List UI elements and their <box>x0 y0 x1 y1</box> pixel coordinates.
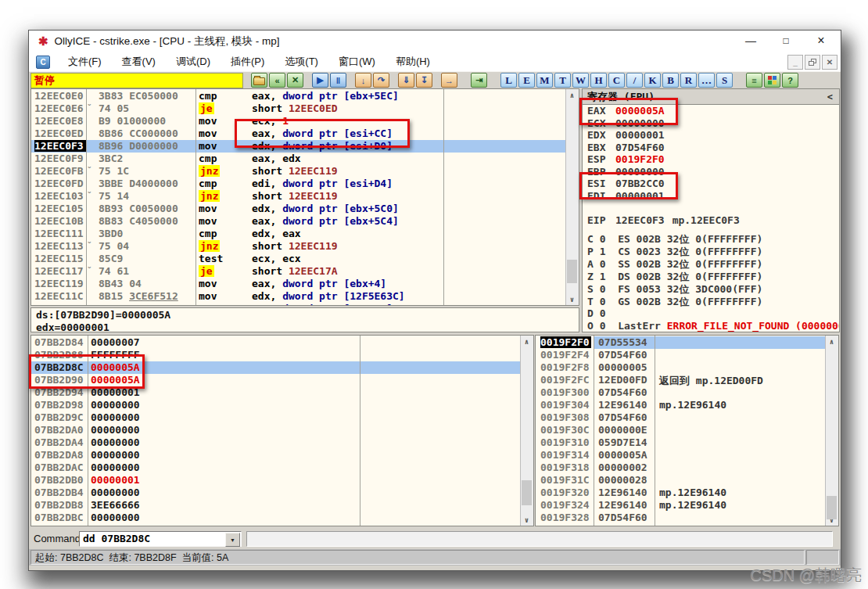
menu-item-0[interactable]: 文件(F) <box>58 55 112 69</box>
flag-row[interactable]: S 0 FS 0053 32位 3DC000(FFF) <box>587 282 762 294</box>
view-handles-button-button[interactable]: H <box>590 73 607 88</box>
view-windows-button-button[interactable]: W <box>572 73 589 88</box>
menu-item-2[interactable]: 调试(D) <box>166 55 221 69</box>
stack-scrollbar[interactable]: ∧ ∨ <box>825 336 838 526</box>
stack-row[interactable]: 0019F310059D7E14 <box>536 436 827 449</box>
disasm-row[interactable]: 12EEC117ˇ74 61jeshort 12EEC17A <box>31 265 568 278</box>
command-input[interactable]: dd 07BB2D8C ▼ <box>79 531 242 547</box>
stack-pane[interactable]: 0019F2F007D555340019F2F407D54F600019F2F8… <box>535 335 839 526</box>
stack-row[interactable]: 0019F2FC12ED00FD返回到 mp.12ED00FD <box>536 374 827 386</box>
appearance-button[interactable] <box>764 73 780 88</box>
register-row[interactable]: ESP0019F2F0 <box>587 153 665 165</box>
stack-row[interactable]: 0019F30807D54F60 <box>536 411 827 424</box>
minimize-button[interactable]: — <box>737 31 764 51</box>
animate-into-button[interactable]: ⇓ <box>398 73 414 88</box>
column-divider[interactable] <box>655 336 655 526</box>
disasm-row[interactable]: 12EEC113ˇ75 04jnzshort 12EEC119 <box>31 240 568 253</box>
disasm-row[interactable]: 12EEC1058B93 C0050000movedx, dword ptr [… <box>31 203 568 215</box>
stack-row[interactable]: 0019F31C00000028 <box>536 474 827 487</box>
dump-row[interactable]: 07BB2DA800000000 <box>31 449 522 462</box>
register-row[interactable]: EBX07D54F60 <box>587 142 665 153</box>
menu-item-6[interactable]: 帮助(H) <box>386 55 440 69</box>
scroll-up-icon[interactable]: ∧ <box>521 336 533 347</box>
view-log-button-button[interactable]: L <box>500 73 517 88</box>
stack-row[interactable]: 0019F32012E96140mp.12E96140 <box>536 487 827 499</box>
dump-row[interactable]: 07BB2D9800000000 <box>31 399 522 411</box>
view-references-button-button[interactable]: R <box>680 73 697 88</box>
run-button[interactable]: ▶ <box>312 73 328 88</box>
dump-row[interactable]: 07BB2DA400000000 <box>31 436 522 449</box>
scrollbar-thumb[interactable] <box>567 260 577 283</box>
dump-scrollbar[interactable]: ∧ ∨ <box>520 336 533 526</box>
column-divider[interactable] <box>443 89 444 305</box>
pause-button[interactable]: ‖ <box>330 73 346 88</box>
titlebar[interactable]: ✱ OllyICE - cstrike.exe - [CPU - 主线程, 模块… <box>29 31 841 52</box>
disasm-row[interactable]: 12EEC0FBˇ75 1Cjnzshort 12EEC119 <box>31 165 568 178</box>
disasm-row[interactable]: 12EEC0FD3BBE D4000000cmpedi, dword ptr [… <box>31 178 568 190</box>
menu-item-5[interactable]: 窗口(W) <box>328 55 386 69</box>
disasm-row[interactable]: 12EEC1113BD0cmpedx, eax <box>31 228 568 240</box>
mdi-restore-button[interactable] <box>805 55 820 70</box>
step-over-button[interactable]: ↷ <box>373 73 389 88</box>
stack-row[interactable]: 0019F3140000005A <box>536 449 827 462</box>
help-button[interactable]: ? <box>782 73 798 88</box>
scrollbar-thumb[interactable] <box>522 480 532 505</box>
dump-row[interactable]: 07BB2D9C00000000 <box>31 411 522 424</box>
menu-item-1[interactable]: 查看(V) <box>112 55 166 69</box>
stack-row[interactable]: 0019F32412E96140mp.12E96140 <box>536 499 827 512</box>
flag-row[interactable]: D 0 <box>587 307 605 319</box>
stack-row[interactable]: 0019F2F007D55534 <box>536 336 827 349</box>
view-runtrace-button-button[interactable]: … <box>698 73 715 88</box>
view-cpu-button-button[interactable]: C <box>608 73 625 88</box>
scroll-down-icon[interactable]: ∨ <box>521 514 533 526</box>
mdi-minimize-button[interactable]: _ <box>787 55 803 70</box>
dump-row[interactable]: 07BB2DC000000000 <box>31 524 522 526</box>
stack-row[interactable]: 0019F2F407D54F60 <box>536 349 827 361</box>
step-into-button[interactable]: ↓ <box>355 73 371 88</box>
disasm-row[interactable]: 12EEC11585C9testecx, ecx <box>31 253 568 265</box>
scrollbar-thumb[interactable] <box>827 496 837 519</box>
register-row[interactable]: EDX00000001 <box>587 129 665 141</box>
dump-row[interactable]: 07BB2DA000000000 <box>31 424 522 436</box>
scroll-down-icon[interactable]: ∨ <box>566 293 578 305</box>
scroll-up-icon[interactable]: ∧ <box>566 89 578 101</box>
options-list-button[interactable]: ≡ <box>746 73 762 88</box>
view-source-button-button[interactable]: S <box>716 73 733 88</box>
stack-row[interactable]: 0019F30C0000000E <box>536 424 827 436</box>
flag-row[interactable]: A 0 SS 002B 32位 0(FFFFFFFF) <box>587 257 762 269</box>
register-row-eip[interactable]: EIP12EEC0F3mp.12EEC0F3 <box>587 214 740 226</box>
flag-row[interactable]: Z 1 DS 002B 32位 0(FFFFFFFF) <box>587 270 762 282</box>
dump-row[interactable]: 07BB2DB000000001 <box>31 474 522 487</box>
maximize-button[interactable]: □ <box>773 31 799 51</box>
menu-item-3[interactable]: 插件(P) <box>221 55 274 69</box>
disasm-row[interactable]: 12EEC103ˇ75 14jnzshort 12EEC119 <box>31 190 568 203</box>
go-to-button[interactable]: ⇥ <box>471 73 487 88</box>
mdi-close-button[interactable]: ✕ <box>822 55 838 70</box>
close-button[interactable]: × <box>808 31 834 51</box>
column-divider[interactable] <box>86 89 87 305</box>
view-patches-button-button[interactable]: / <box>626 73 643 88</box>
stack-row[interactable]: 0019F31800000002 <box>536 462 827 474</box>
stack-row[interactable]: 0019F32807D54F60 <box>536 512 827 524</box>
view-memory-button-button[interactable]: M <box>536 73 553 88</box>
stack-row[interactable]: 0019F30412E96140mp.12E96140 <box>536 399 827 411</box>
command-dropdown-button[interactable]: ▼ <box>225 533 240 547</box>
view-breakpoints-button-button[interactable]: B <box>662 73 679 88</box>
restart-button[interactable]: « <box>269 73 285 88</box>
dump-row[interactable]: 07BB2DBC00000000 <box>31 512 522 524</box>
view-executables-button-button[interactable]: E <box>518 73 535 88</box>
dump-row[interactable]: 07BB2DAC00000000 <box>31 462 522 474</box>
animate-over-button[interactable]: ↧ <box>416 73 432 88</box>
dump-row[interactable]: 07BB2D8400000007 <box>31 336 522 349</box>
stack-row[interactable]: 0019F2F800000005 <box>536 361 827 374</box>
disasm-scrollbar[interactable]: ∧ ∨ <box>565 89 579 305</box>
flag-row[interactable]: T 0 GS 002B 32位 0(FFFFFFFF) <box>587 295 762 307</box>
column-divider[interactable] <box>195 89 196 305</box>
execute-till-return-button[interactable]: → <box>441 73 457 88</box>
disasm-row[interactable]: 12EEC0E03B83 EC050000cmpeax, dword ptr [… <box>31 90 568 102</box>
close-process-button[interactable]: ✕ <box>287 73 303 88</box>
view-threads-button-button[interactable]: T <box>554 73 571 88</box>
view-callstack-button-button[interactable]: K <box>644 73 661 88</box>
disasm-row[interactable]: 12EEC0F93BC2cmpeax, edx <box>31 153 568 165</box>
column-divider[interactable] <box>594 336 594 526</box>
